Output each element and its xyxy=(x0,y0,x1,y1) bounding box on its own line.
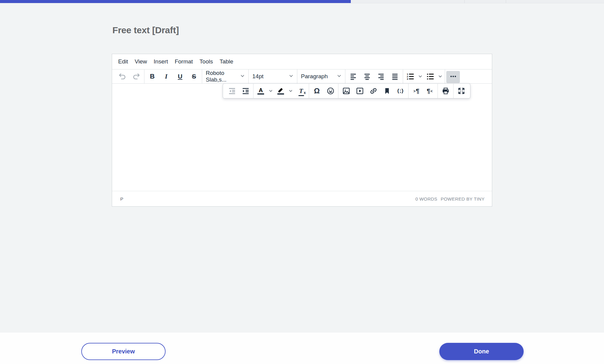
underline-button[interactable]: U xyxy=(173,69,187,84)
indent-icon xyxy=(241,86,250,95)
text-color-icon: A xyxy=(254,88,267,95)
image-icon xyxy=(342,86,351,95)
more-toolbar-button[interactable] xyxy=(446,71,460,83)
code-sample-button[interactable]: {;} xyxy=(394,84,407,98)
footer-action-bar: Preview Done xyxy=(0,333,604,364)
element-path[interactable]: P xyxy=(120,196,123,201)
align-right-button[interactable] xyxy=(374,69,388,84)
rtl-button[interactable]: ¶< xyxy=(423,84,437,98)
fullscreen-icon xyxy=(457,87,466,95)
chevron-down-icon xyxy=(289,73,293,80)
redo-icon xyxy=(132,72,141,81)
page-title: Free text [Draft] xyxy=(112,25,179,35)
progress-bar-track xyxy=(0,0,604,3)
word-count[interactable]: 0 WORDS xyxy=(415,196,438,201)
media-icon xyxy=(355,86,364,95)
clear-formatting-icon: Tx xyxy=(299,87,303,95)
align-center-button[interactable] xyxy=(360,69,374,84)
editor-statusbar: P 0 WORDS POWERED BY TINY xyxy=(112,191,492,206)
code-sample-icon: {;} xyxy=(397,88,404,94)
numbered-list-icon: 123 xyxy=(404,72,417,81)
font-size-value: 14pt xyxy=(252,73,263,80)
redo-button[interactable] xyxy=(129,69,143,84)
svg-text:3: 3 xyxy=(407,78,408,80)
insert-image-button[interactable] xyxy=(339,84,353,98)
menu-insert[interactable]: Insert xyxy=(151,56,171,67)
menu-edit[interactable]: Edit xyxy=(115,56,131,67)
highlight-color-button[interactable] xyxy=(274,88,294,95)
toolbar-overflow-popup: A Tx Ω xyxy=(223,83,470,98)
outdent-button[interactable] xyxy=(225,84,239,98)
insert-link-button[interactable] xyxy=(367,84,380,98)
link-icon xyxy=(369,86,378,95)
text-color-button[interactable]: A xyxy=(254,88,274,95)
special-character-button[interactable]: Ω xyxy=(310,84,324,98)
align-center-icon xyxy=(363,72,372,81)
undo-icon xyxy=(118,72,127,81)
print-button[interactable] xyxy=(439,84,452,98)
rich-text-editor: Edit View Insert Format Tools Table xyxy=(112,54,492,207)
align-right-icon xyxy=(376,72,386,81)
menu-table[interactable]: Table xyxy=(217,56,236,67)
anchor-button[interactable] xyxy=(380,84,394,98)
align-left-icon xyxy=(349,72,358,81)
progress-segment-divider xyxy=(506,0,506,3)
emoji-button[interactable] xyxy=(324,84,337,98)
statusbar-right: 0 WORDS POWERED BY TINY xyxy=(415,196,485,201)
strikethrough-button[interactable]: S xyxy=(187,69,201,84)
insert-media-button[interactable] xyxy=(353,84,367,98)
italic-icon: I xyxy=(165,72,168,80)
clear-formatting-button[interactable]: Tx xyxy=(294,84,308,98)
preview-button[interactable]: Preview xyxy=(81,343,166,360)
font-size-select[interactable]: 14pt xyxy=(249,69,297,83)
chevron-down-icon xyxy=(240,73,245,80)
font-family-value: Roboto Slab,s... xyxy=(206,70,240,83)
block-format-select[interactable]: Paragraph xyxy=(297,69,345,83)
undo-button[interactable] xyxy=(115,69,129,84)
editor-content-area[interactable] xyxy=(112,84,492,191)
italic-button[interactable]: I xyxy=(159,69,173,84)
toolbar-divider xyxy=(445,69,445,83)
align-justify-button[interactable] xyxy=(388,69,402,84)
underline-icon: U xyxy=(178,73,182,80)
progress-bar-fill xyxy=(0,0,351,3)
emoji-icon xyxy=(326,87,335,95)
outdent-icon xyxy=(228,86,237,95)
highlighter-icon xyxy=(274,88,287,95)
bookmark-icon xyxy=(383,87,391,95)
bold-icon: B xyxy=(150,72,155,80)
ellipsis-icon xyxy=(449,72,457,82)
block-format-value: Paragraph xyxy=(301,73,328,80)
bold-button[interactable]: B xyxy=(145,69,159,84)
omega-icon: Ω xyxy=(314,87,320,95)
indent-button[interactable] xyxy=(239,84,252,98)
chevron-down-icon[interactable] xyxy=(417,74,424,79)
chevron-down-icon[interactable] xyxy=(267,89,274,93)
menu-view[interactable]: View xyxy=(132,56,150,67)
editor-menubar: Edit View Insert Format Tools Table xyxy=(112,54,492,69)
font-family-select[interactable]: Roboto Slab,s... xyxy=(202,69,248,83)
print-icon xyxy=(441,86,450,95)
chevron-down-icon[interactable] xyxy=(287,89,294,93)
numbered-list-button[interactable]: 123 xyxy=(404,72,424,81)
strikethrough-icon: S xyxy=(192,73,196,80)
editor-toolbar: B I U S Roboto Slab,s... 14pt Paragraph xyxy=(112,69,492,84)
chevron-down-icon xyxy=(337,73,341,80)
align-justify-icon xyxy=(390,72,399,81)
rtl-icon: ¶< xyxy=(427,87,433,95)
ltr-icon: >¶ xyxy=(413,87,419,95)
bullet-list-icon xyxy=(424,72,437,81)
powered-by-tiny-link[interactable]: POWERED BY TINY xyxy=(441,196,485,201)
chevron-down-icon[interactable] xyxy=(437,74,444,79)
menu-format[interactable]: Format xyxy=(172,56,196,67)
menu-tools[interactable]: Tools xyxy=(196,56,216,67)
fullscreen-button[interactable] xyxy=(454,84,468,98)
align-left-button[interactable] xyxy=(346,69,360,84)
done-button[interactable]: Done xyxy=(439,343,524,360)
progress-segment-divider xyxy=(464,0,465,3)
bullet-list-button[interactable] xyxy=(424,72,444,81)
ltr-button[interactable]: >¶ xyxy=(409,84,423,98)
